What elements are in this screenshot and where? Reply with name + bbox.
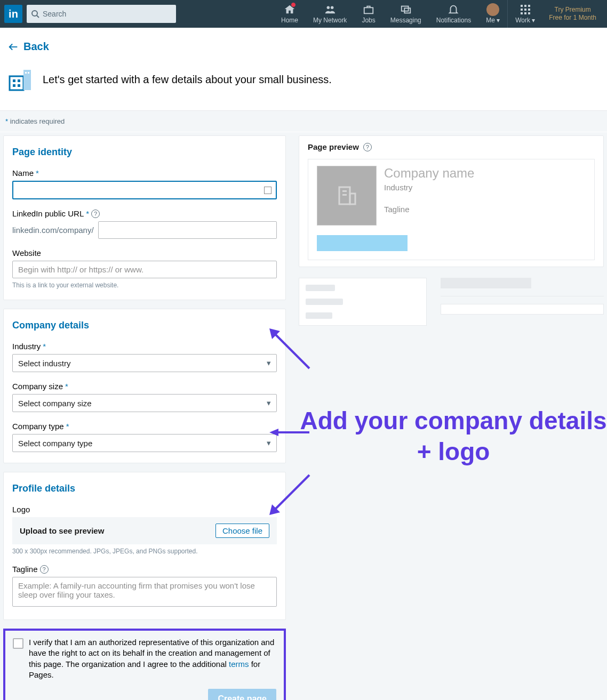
- svg-rect-10: [521, 9, 523, 11]
- nav-work[interactable]: Work ▾: [508, 0, 542, 28]
- message-icon: [400, 4, 412, 15]
- logo-label: Logo: [12, 505, 30, 514]
- svg-rect-11: [524, 9, 526, 11]
- svg-rect-18: [13, 79, 15, 82]
- upload-text: Upload to see preview: [20, 526, 104, 535]
- svg-rect-15: [528, 12, 530, 14]
- svg-rect-6: [404, 8, 410, 13]
- back-arrow-icon: [7, 41, 19, 53]
- choose-file-button[interactable]: Choose file: [215, 524, 269, 538]
- svg-rect-13: [521, 12, 523, 14]
- nav-premium[interactable]: Try Premium Free for 1 Month: [542, 0, 603, 28]
- nav-messaging[interactable]: Messaging: [383, 0, 429, 28]
- chevron-down-icon: ▾: [267, 438, 271, 448]
- building-icon: [7, 66, 33, 93]
- home-badge-icon: [291, 2, 296, 7]
- intro-text: Let's get started with a few details abo…: [43, 74, 332, 86]
- logo-hint: 300 x 300px recommended. JPGs, JPEGs, an…: [12, 548, 277, 555]
- preview-company-name: Company name: [384, 166, 474, 181]
- preview-tagline: Tagline: [384, 205, 474, 214]
- chevron-down-icon: ▾: [267, 358, 271, 368]
- svg-rect-24: [28, 72, 29, 74]
- required-note: * indicates required: [0, 111, 607, 132]
- nav-home[interactable]: Home: [274, 0, 306, 28]
- svg-point-2: [326, 6, 330, 9]
- chevron-down-icon: ▾: [267, 398, 271, 408]
- preview-ghost-rows: [299, 278, 604, 326]
- briefcase-icon: [363, 4, 374, 15]
- svg-rect-12: [528, 9, 530, 11]
- linkedin-logo[interactable]: in: [4, 5, 22, 23]
- url-input[interactable]: [98, 221, 277, 239]
- company-details-title: Company details: [12, 320, 277, 331]
- type-label: Company type: [12, 422, 64, 431]
- svg-point-3: [331, 6, 334, 9]
- help-icon[interactable]: ?: [40, 565, 49, 574]
- intro-row: Let's get started with a few details abo…: [0, 61, 607, 111]
- search-icon: [31, 10, 39, 18]
- svg-rect-28: [350, 194, 355, 204]
- verify-checkbox[interactable]: [13, 638, 23, 649]
- preview-cta-bar: [317, 235, 408, 251]
- url-label: LinkedIn public URL: [12, 209, 84, 218]
- svg-rect-7: [521, 5, 523, 7]
- verify-text: I verify that I am an authorized represe…: [29, 637, 276, 680]
- name-input[interactable]: [12, 181, 277, 199]
- tagline-label: Tagline: [12, 565, 38, 574]
- nav-network[interactable]: My Network: [306, 0, 354, 28]
- svg-rect-14: [524, 12, 526, 14]
- back-label: Back: [23, 41, 49, 53]
- nav-me[interactable]: Me ▾: [478, 0, 507, 28]
- page-preview-card: Page preview ? Company name Industry Tag…: [299, 135, 604, 267]
- nav-jobs[interactable]: Jobs: [354, 0, 382, 28]
- industry-label: Industry: [12, 342, 41, 351]
- back-link[interactable]: Back: [0, 28, 607, 61]
- nav-notifications[interactable]: Notifications: [429, 0, 478, 28]
- help-icon[interactable]: ?: [91, 210, 100, 218]
- url-prefix: linkedin.com/company/: [12, 226, 94, 235]
- website-hint: This is a link to your external website.: [12, 281, 277, 289]
- search-input[interactable]: Search: [27, 5, 176, 23]
- verify-card: I verify that I am an authorized represe…: [3, 629, 286, 700]
- industry-select[interactable]: Select industry ▾: [12, 354, 277, 372]
- create-page-button[interactable]: Create page: [208, 689, 276, 700]
- svg-rect-22: [23, 70, 31, 90]
- svg-rect-8: [524, 5, 526, 7]
- size-label: Company size: [12, 382, 63, 391]
- preview-logo-placeholder: [317, 166, 377, 226]
- svg-rect-21: [18, 84, 20, 87]
- network-icon: [324, 4, 336, 15]
- svg-rect-17: [10, 76, 23, 90]
- preview-industry: Industry: [384, 183, 474, 192]
- terms-link[interactable]: terms: [229, 659, 249, 669]
- preview-header: Page preview: [308, 142, 359, 151]
- website-input[interactable]: [12, 261, 277, 278]
- help-icon[interactable]: ?: [363, 143, 372, 151]
- svg-point-0: [32, 11, 37, 16]
- tagline-input[interactable]: [12, 577, 277, 607]
- search-placeholder: Search: [43, 10, 66, 18]
- svg-rect-4: [364, 7, 373, 13]
- size-select[interactable]: Select company size ▾: [12, 394, 277, 412]
- top-nav: in Search Home My Network Jobs Messaging…: [0, 0, 607, 28]
- input-contact-icon: [264, 187, 271, 194]
- name-label: Name: [12, 168, 34, 178]
- profile-details-card: Profile details Logo Upload to see previ…: [3, 472, 286, 620]
- svg-rect-27: [342, 194, 347, 196]
- svg-rect-19: [18, 79, 20, 82]
- company-details-card: Company details Industry * Select indust…: [3, 309, 286, 463]
- type-select[interactable]: Select company type ▾: [12, 434, 277, 452]
- svg-rect-20: [13, 84, 15, 87]
- svg-line-1: [37, 15, 39, 18]
- grid-icon: [520, 4, 531, 15]
- svg-rect-23: [25, 72, 27, 74]
- avatar-icon: [486, 4, 499, 15]
- page-identity-title: Page identity: [12, 147, 277, 158]
- website-label: Website: [12, 248, 41, 258]
- annotation-text: Add your company details + logo: [299, 406, 607, 467]
- page-identity-card: Page identity Name * LinkedIn public URL…: [3, 135, 286, 300]
- profile-details-title: Profile details: [12, 483, 277, 494]
- svg-rect-26: [342, 190, 347, 192]
- bell-icon: [448, 4, 459, 15]
- svg-rect-9: [528, 5, 530, 7]
